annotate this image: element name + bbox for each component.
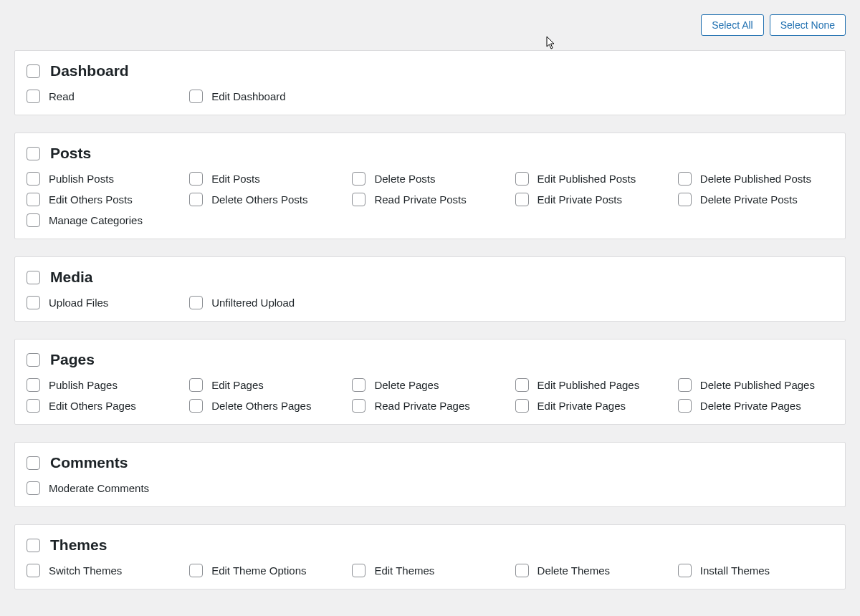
capability-item: Install Themes (678, 564, 833, 577)
capability-group: CommentsModerate Comments (14, 442, 846, 507)
capability-item: Publish Pages (27, 378, 182, 392)
capability-item: Edit Private Posts (515, 193, 671, 206)
capability-item: Edit Others Posts (27, 193, 182, 206)
capability-label: Edit Published Pages (538, 379, 640, 391)
capability-checkbox[interactable] (27, 481, 40, 495)
capability-checkbox[interactable] (352, 399, 366, 413)
capability-item: Delete Pages (352, 378, 507, 392)
capability-label: Edit Others Posts (49, 193, 133, 206)
capability-item: Switch Themes (27, 564, 182, 577)
capability-label: Manage Categories (49, 214, 143, 226)
cursor-icon (546, 36, 558, 50)
capability-label: Edit Themes (374, 564, 434, 577)
capability-checkbox[interactable] (352, 172, 366, 186)
group-title: Media (50, 269, 93, 286)
capability-item: Publish Posts (27, 172, 182, 186)
capability-checkbox[interactable] (678, 399, 692, 413)
capability-item: Read (27, 90, 182, 103)
group-checkbox[interactable] (27, 539, 40, 552)
capability-checkbox[interactable] (515, 172, 529, 186)
group-checkbox[interactable] (27, 147, 40, 160)
capability-item: Delete Private Posts (678, 193, 833, 206)
capability-group: ThemesSwitch ThemesEdit Theme OptionsEdi… (14, 524, 846, 589)
capability-grid: Switch ThemesEdit Theme OptionsEdit Them… (27, 564, 833, 577)
capability-checkbox[interactable] (515, 193, 529, 206)
capability-label: Delete Pages (374, 379, 439, 391)
group-title: Comments (50, 454, 128, 471)
capability-checkbox[interactable] (189, 399, 203, 413)
capability-checkbox[interactable] (352, 378, 366, 392)
capability-label: Read Private Pages (374, 400, 469, 412)
capability-item: Read Private Posts (352, 193, 507, 206)
capability-grid: Upload FilesUnfiltered Upload (27, 296, 833, 309)
capability-label: Edit Pages (211, 379, 264, 391)
capability-group: PagesPublish PagesEdit PagesDelete Pages… (14, 339, 846, 425)
capability-checkbox[interactable] (678, 193, 692, 206)
capability-item: Manage Categories (27, 213, 182, 227)
capability-label: Delete Themes (538, 564, 610, 577)
capability-checkbox[interactable] (515, 399, 529, 413)
capability-item: Unfiltered Upload (189, 296, 345, 309)
capability-group: PostsPublish PostsEdit PostsDelete Posts… (14, 133, 846, 239)
capability-item: Edit Private Pages (515, 399, 671, 413)
capability-item: Moderate Comments (27, 481, 182, 495)
capability-label: Delete Published Pages (700, 379, 815, 391)
capability-checkbox[interactable] (189, 296, 203, 309)
group-checkbox[interactable] (27, 64, 40, 78)
capability-checkbox[interactable] (515, 564, 529, 577)
capability-checkbox[interactable] (678, 378, 692, 392)
capability-label: Edit Others Pages (49, 400, 136, 412)
capability-checkbox[interactable] (678, 564, 692, 577)
capability-checkbox[interactable] (352, 564, 366, 577)
capability-label: Delete Private Pages (700, 400, 801, 412)
capability-checkbox[interactable] (189, 90, 203, 103)
capability-item: Delete Private Pages (678, 399, 833, 413)
group-checkbox[interactable] (27, 353, 40, 367)
capability-label: Edit Private Pages (538, 400, 626, 412)
capability-checkbox[interactable] (27, 378, 40, 392)
capability-label: Edit Private Posts (538, 193, 622, 206)
capability-checkbox[interactable] (27, 213, 40, 227)
capability-checkbox[interactable] (352, 193, 366, 206)
capability-checkbox[interactable] (27, 296, 40, 309)
group-title: Dashboard (50, 62, 129, 80)
capability-label: Unfiltered Upload (211, 297, 295, 309)
capability-checkbox[interactable] (27, 564, 40, 577)
capability-label: Delete Published Posts (700, 173, 811, 185)
capability-label: Edit Posts (211, 173, 260, 185)
capability-grid: Publish PagesEdit PagesDelete PagesEdit … (27, 378, 833, 413)
capability-item: Edit Others Pages (27, 399, 182, 413)
capability-label: Read Private Posts (374, 193, 466, 206)
capability-checkbox[interactable] (27, 193, 40, 206)
group-checkbox[interactable] (27, 456, 40, 470)
capability-group: DashboardReadEdit Dashboard (14, 50, 846, 115)
group-title: Pages (50, 351, 95, 368)
group-checkbox[interactable] (27, 271, 40, 284)
capability-label: Delete Others Pages (211, 400, 311, 412)
group-title: Posts (50, 145, 91, 162)
capability-checkbox[interactable] (189, 172, 203, 186)
capability-item: Delete Others Pages (189, 399, 345, 413)
capability-label: Delete Others Posts (211, 193, 307, 206)
capability-checkbox[interactable] (515, 378, 529, 392)
capability-checkbox[interactable] (27, 399, 40, 413)
group-title: Themes (50, 536, 107, 554)
capability-checkbox[interactable] (27, 172, 40, 186)
capability-item: Edit Posts (189, 172, 345, 186)
capability-checkbox[interactable] (189, 193, 203, 206)
capability-label: Read (49, 90, 75, 102)
capability-grid: Moderate Comments (27, 481, 833, 495)
capability-checkbox[interactable] (27, 90, 40, 103)
capability-group: MediaUpload FilesUnfiltered Upload (14, 256, 846, 322)
capability-item: Edit Published Posts (515, 172, 671, 186)
capability-label: Switch Themes (49, 564, 122, 577)
capability-checkbox[interactable] (678, 172, 692, 186)
capability-item: Edit Theme Options (189, 564, 345, 577)
select-none-button[interactable]: Select None (770, 14, 846, 36)
capability-grid: ReadEdit Dashboard (27, 90, 833, 103)
capability-checkbox[interactable] (189, 564, 203, 577)
capability-item: Edit Published Pages (515, 378, 671, 392)
capability-item: Edit Dashboard (189, 90, 345, 103)
capability-checkbox[interactable] (189, 378, 203, 392)
select-all-button[interactable]: Select All (701, 14, 764, 36)
